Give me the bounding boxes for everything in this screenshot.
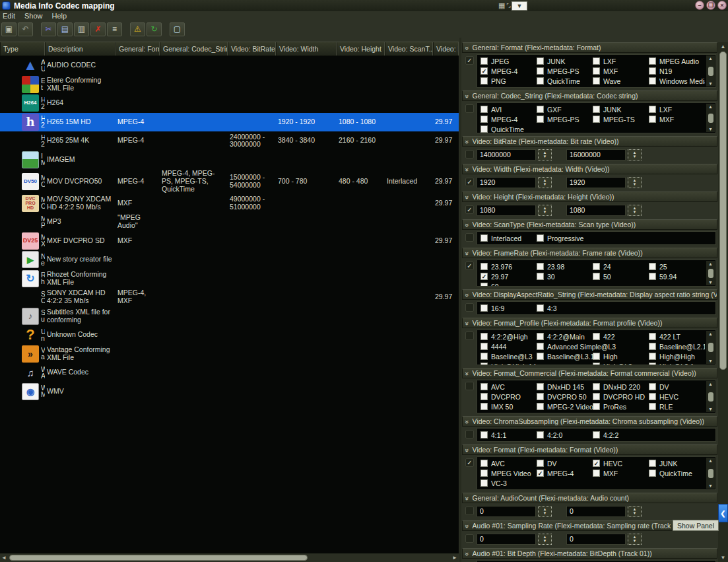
scroll-down-icon[interactable]: ▼ [708, 127, 713, 131]
section-header[interactable]: »Video: FrameRate (Flexi-metadata: Frame… [462, 248, 717, 258]
vertical-scroll-thumb[interactable] [719, 52, 727, 370]
options-scrollbar[interactable]: ▲▼ [706, 458, 715, 489]
spinner-stepper[interactable]: ▲▼ [538, 506, 552, 517]
option-checkbox[interactable] [649, 116, 656, 123]
option[interactable]: JPEG [480, 56, 537, 66]
options-scrollbar[interactable]: ▲▼ [706, 104, 715, 132]
col-video-scantype[interactable]: Video: ScanT... [385, 42, 433, 55]
option[interactable]: QuickTime [649, 468, 705, 478]
option-checkbox[interactable] [537, 304, 544, 312]
section-header[interactable]: »General: AudioCount (Flexi-metadata: Au… [462, 493, 717, 503]
section-header[interactable]: »Video: ChromaSubsampling (Flexi-metadat… [462, 416, 717, 427]
option[interactable]: High@High [649, 351, 705, 361]
min-value-field[interactable]: 1080 [477, 205, 536, 216]
table-row[interactable]: H264H264H264 [0, 94, 459, 113]
minimize-button[interactable]: – [695, 1, 704, 10]
option[interactable]: High@L3 [593, 361, 649, 365]
options-scroll-thumb[interactable] [708, 67, 713, 76]
option[interactable]: 4:3 [537, 303, 593, 313]
option[interactable]: HEVC [593, 458, 649, 468]
cut-button[interactable]: ✂ [41, 22, 56, 36]
option[interactable]: AVC [480, 382, 537, 392]
option[interactable]: DV [537, 458, 593, 468]
option-checkbox[interactable] [593, 263, 600, 270]
section-header[interactable]: »Video: BitRate (Flexi-metadata: Bit rat… [462, 136, 717, 147]
option-checkbox[interactable] [480, 67, 488, 75]
section-header[interactable]: »General: Format (Flexi-metadata: Format… [462, 42, 717, 53]
table-row[interactable]: SONY XDCAM HD 4:2:2 35 Mb/sSONY XDCAM HD… [0, 288, 459, 307]
option[interactable]: 25 [649, 262, 705, 271]
master-checkbox[interactable] [465, 303, 474, 312]
option[interactable]: 60 [480, 281, 537, 287]
section-header[interactable]: »Video: DisplayAspectRatio_String (Flexi… [462, 289, 717, 300]
spinner-stepper[interactable]: ▲▼ [538, 177, 552, 188]
option[interactable]: QuickTime [480, 124, 537, 133]
scroll-up-icon[interactable]: ▲ [708, 56, 713, 61]
option-checkbox[interactable] [480, 263, 488, 270]
option[interactable]: 29.97 [480, 271, 537, 281]
options-scroll-thumb[interactable] [708, 343, 713, 352]
spin-down-icon[interactable]: ▼ [633, 511, 637, 515]
options-scrollbar[interactable]: ▲▼ [706, 381, 715, 412]
max-value-field[interactable]: 0 [566, 506, 626, 517]
option-checkbox[interactable] [593, 431, 600, 439]
spinner-stepper[interactable]: ▲▼ [628, 177, 642, 188]
scroll-down-icon[interactable]: ▼ [708, 407, 713, 411]
section-header[interactable]: »Video: Format_Commercial (Flexi-metadat… [462, 368, 717, 378]
delete-button[interactable]: ✗ [90, 22, 106, 36]
option-checkbox[interactable] [537, 106, 544, 113]
option-checkbox[interactable] [537, 470, 544, 477]
max-value-field[interactable]: 1080 [566, 205, 626, 216]
collapse-chevron-icon[interactable]: » [463, 252, 471, 255]
option-checkbox[interactable] [537, 343, 544, 350]
spinner-stepper[interactable]: ▲▼ [628, 534, 642, 545]
option-checkbox[interactable] [480, 116, 488, 123]
option[interactable]: QuickTime [537, 76, 593, 86]
option-checkbox[interactable] [537, 353, 544, 360]
scroll-up-icon[interactable]: ▲ [708, 104, 713, 109]
spinner-stepper[interactable]: ▲▼ [628, 506, 642, 517]
col-video-height[interactable]: Video: Height [337, 42, 385, 55]
menu-help[interactable]: Help [52, 12, 73, 20]
restore-button[interactable]: ❒ [706, 1, 715, 10]
option[interactable]: 50 [593, 271, 649, 281]
option-checkbox[interactable] [593, 106, 600, 113]
master-checkbox[interactable] [465, 430, 474, 439]
collapse-chevron-icon[interactable]: » [463, 293, 471, 297]
refresh-button[interactable]: ↻ [147, 22, 162, 36]
option[interactable]: 59.94 [649, 271, 705, 281]
option-checkbox[interactable] [593, 67, 600, 75]
option[interactable]: MPEG Video [480, 468, 537, 478]
option-checkbox[interactable] [480, 77, 488, 85]
option[interactable]: 30 [537, 271, 593, 281]
section-header[interactable]: »Video: Width (Flexi-metadata: Width (Vi… [462, 164, 717, 174]
min-value-field[interactable]: 0 [477, 534, 536, 545]
option-checkbox[interactable] [480, 403, 488, 410]
section-header[interactable]: »Audio #01: Bit Depth (Flexi-metadata: B… [462, 548, 717, 559]
master-checkbox[interactable] [465, 262, 474, 270]
col-type[interactable]: Type [0, 42, 45, 55]
option[interactable]: 4:2:2@Main [537, 332, 593, 341]
master-checkbox[interactable] [465, 233, 474, 242]
option-checkbox[interactable] [593, 353, 600, 360]
option-checkbox[interactable] [537, 403, 544, 410]
option-checkbox[interactable] [593, 393, 600, 400]
option[interactable]: DVCPRO 50 [537, 392, 593, 402]
scroll-down-icon[interactable]: ▼ [708, 483, 713, 488]
spin-down-icon[interactable]: ▼ [633, 539, 637, 543]
col-general-format[interactable]: General: Format [116, 42, 160, 55]
undo-button[interactable]: ↶ [18, 22, 33, 36]
option[interactable]: High@High 1440 [480, 361, 537, 365]
max-value-field[interactable]: 0 [566, 534, 626, 545]
option-checkbox[interactable] [649, 273, 656, 280]
spin-down-icon[interactable]: ▼ [543, 182, 547, 186]
option-checkbox[interactable] [537, 383, 544, 390]
resolution-dropdown[interactable]: ▼ [512, 1, 527, 11]
options-scrollbar[interactable]: ▲▼ [706, 261, 715, 285]
options-scroll-thumb[interactable] [708, 469, 713, 478]
spin-down-icon[interactable]: ▼ [543, 210, 547, 214]
option[interactable]: IMX 50 [480, 402, 537, 411]
options-scroll-thumb[interactable] [708, 269, 713, 278]
option-checkbox[interactable] [480, 343, 488, 350]
collapse-chevron-icon[interactable]: » [463, 497, 471, 500]
